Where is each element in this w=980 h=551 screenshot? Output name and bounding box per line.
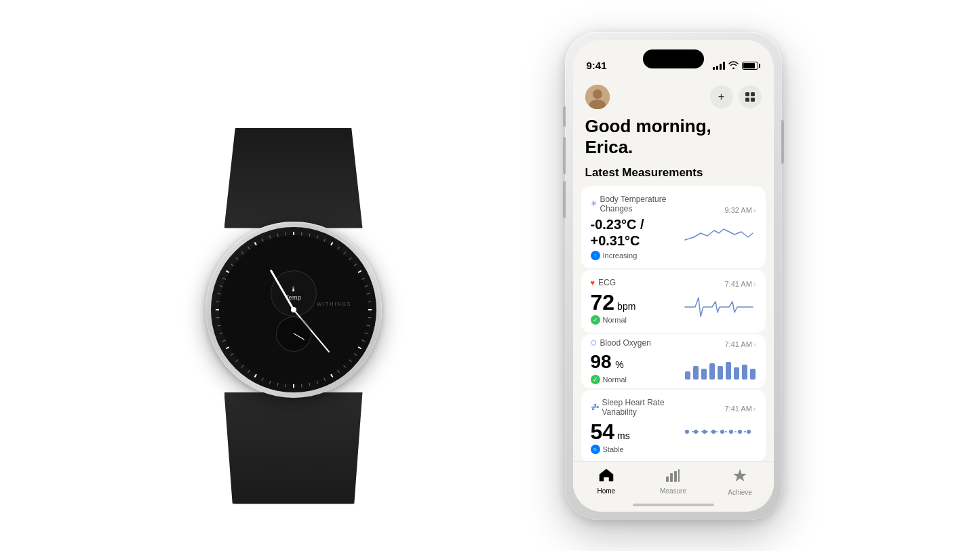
top-actions: + xyxy=(710,85,762,108)
measurement-card-ecg[interactable]: ♥ ECG 72 bpm ✓ Normal xyxy=(581,270,766,333)
body-temp-status-text: Increasing xyxy=(603,251,638,260)
svg-rect-85 xyxy=(666,476,669,482)
hrv-chevron: › xyxy=(753,405,756,413)
measure-icon xyxy=(665,468,680,485)
nav-item-home[interactable]: Home xyxy=(586,468,627,495)
app-content: + Good morning xyxy=(573,78,774,468)
phone-frame: 9:41 xyxy=(565,32,782,520)
hrv-value: 54 ms xyxy=(591,420,682,445)
measurements-list: ✳ Body Temperature Changes -0.23°C / +0.… xyxy=(573,186,774,468)
svg-point-82 xyxy=(729,430,733,434)
hrv-icon: 💤 xyxy=(591,403,599,411)
phone-container: 9:41 xyxy=(565,32,782,520)
hrv-status-dot: ≈ xyxy=(591,445,600,454)
settings-button[interactable] xyxy=(739,85,762,108)
greeting-text: Good morning, Erica. xyxy=(573,113,774,166)
svg-rect-72 xyxy=(726,362,731,380)
brand-label: WITHINGS xyxy=(317,302,352,306)
watch-seconds-subdial xyxy=(276,317,311,352)
body-temp-icon: ✳ xyxy=(591,199,597,208)
hrv-number: 54 xyxy=(591,420,615,445)
nav-item-measure[interactable]: Measure xyxy=(652,468,693,495)
battery-icon xyxy=(742,62,760,70)
watch-seconds-hand xyxy=(293,333,304,340)
svg-rect-70 xyxy=(709,363,715,380)
svg-rect-88 xyxy=(678,469,680,482)
svg-point-61 xyxy=(593,89,602,99)
phone-mute-button xyxy=(563,106,566,127)
svg-point-80 xyxy=(711,430,716,434)
measurement-card-blood-oxygen[interactable]: ⬡ Blood Oxygen 98 % ✓ Normal xyxy=(581,334,766,388)
watch-center-dot xyxy=(291,307,296,312)
home-label: Home xyxy=(597,487,615,495)
svg-point-78 xyxy=(694,430,698,434)
svg-point-79 xyxy=(703,430,707,434)
watch-strap-top xyxy=(224,128,363,228)
body-temp-status-dot: ↑ xyxy=(591,251,600,260)
svg-rect-63 xyxy=(745,92,749,96)
svg-point-77 xyxy=(685,430,689,434)
achieve-label: Achieve xyxy=(728,489,752,496)
dynamic-island xyxy=(643,49,704,68)
watch-container: // This will be rendered server-side sty… xyxy=(185,127,402,520)
ecg-status: ✓ Normal xyxy=(591,315,682,325)
ecg-unit: bpm xyxy=(617,301,635,312)
blood-oxygen-chart xyxy=(682,352,756,382)
svg-rect-65 xyxy=(745,98,749,102)
svg-rect-86 xyxy=(670,473,673,482)
ecg-value: 72 bpm xyxy=(591,290,682,315)
watch-face: 🌡 Temp WITHINGS xyxy=(219,235,368,384)
hrv-status: ≈ Stable xyxy=(591,445,682,454)
svg-point-83 xyxy=(738,430,742,434)
svg-rect-75 xyxy=(750,369,756,380)
ecg-chart xyxy=(682,292,756,322)
svg-rect-87 xyxy=(674,471,677,482)
svg-point-84 xyxy=(747,430,751,434)
phone-screen: 9:41 xyxy=(573,40,774,512)
measure-label: Measure xyxy=(660,487,686,495)
ecg-status-text: Normal xyxy=(603,316,627,324)
watch-bezel: // This will be rendered server-side sty… xyxy=(211,227,376,392)
home-icon xyxy=(599,468,614,485)
blood-oxygen-title: Blood Oxygen xyxy=(600,338,651,348)
body-temp-chevron: › xyxy=(753,206,756,214)
measurement-card-body-temp[interactable]: ✳ Body Temperature Changes -0.23°C / +0.… xyxy=(581,186,766,268)
measurement-card-hrv[interactable]: 💤 Sleep Heart Rate Variability 54 ms ≈ S… xyxy=(581,390,766,462)
hrv-time: 7:41 AM › xyxy=(724,405,756,413)
card-content-blood-oxygen: ⬡ Blood Oxygen 98 % ✓ Normal xyxy=(591,338,682,385)
card-content-ecg: ♥ ECG 72 bpm ✓ Normal xyxy=(591,278,682,325)
hrv-status-text: Stable xyxy=(603,445,624,453)
top-bar: + xyxy=(573,78,774,113)
svg-rect-73 xyxy=(734,367,739,380)
ecg-icon: ♥ xyxy=(591,279,595,287)
watch-strap-bottom xyxy=(224,392,363,504)
svg-rect-74 xyxy=(742,365,747,380)
thermometer-icon: 🌡 xyxy=(290,285,297,293)
svg-rect-66 xyxy=(751,98,755,102)
ecg-status-dot: ✓ xyxy=(591,315,600,325)
body-temp-title: Body Temperature Changes xyxy=(600,195,682,213)
nav-item-achieve[interactable]: Achieve xyxy=(720,468,760,496)
home-indicator xyxy=(633,504,714,506)
ecg-time: 7:41 AM › xyxy=(724,280,756,288)
card-content-hrv: 💤 Sleep Heart Rate Variability 54 ms ≈ S… xyxy=(591,398,682,454)
blood-oxygen-time: 7:41 AM › xyxy=(724,340,756,348)
body-temp-time: 9:32 AM › xyxy=(724,206,756,214)
blood-oxygen-chevron: › xyxy=(753,340,756,348)
watch-case: // This will be rendered server-side sty… xyxy=(205,222,382,398)
phone-volume-down-button xyxy=(563,181,566,218)
status-icons xyxy=(713,61,760,71)
card-header-ecg: ♥ ECG xyxy=(591,278,682,287)
scene: // This will be rendered server-side sty… xyxy=(185,18,796,533)
add-button[interactable]: + xyxy=(710,85,733,108)
body-temp-status: ↑ Increasing xyxy=(591,251,682,260)
blood-oxygen-status-text: Normal xyxy=(603,375,627,384)
ecg-chevron: › xyxy=(753,280,756,288)
avatar[interactable] xyxy=(585,85,610,109)
hrv-unit: ms xyxy=(617,430,630,441)
body-temp-chart xyxy=(682,218,756,248)
ecg-title: ECG xyxy=(598,278,616,287)
blood-oxygen-status-dot: ✓ xyxy=(591,375,600,384)
phone-volume-up-button xyxy=(563,137,566,174)
blood-oxygen-value: 98 % xyxy=(591,350,682,373)
